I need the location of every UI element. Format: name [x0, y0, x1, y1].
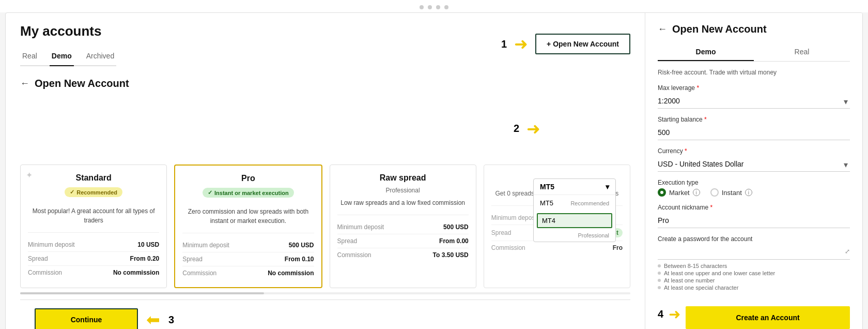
platform-dropdown[interactable]: MT5 ▾	[534, 179, 615, 195]
card-standard-stats: Minimum deposit 10 USD Spread From 0.20 …	[28, 232, 159, 279]
dropdown-item-mt5-label: MT5	[540, 199, 553, 207]
execution-instant-label: Instant	[722, 189, 742, 197]
starting-balance-input[interactable]	[658, 125, 850, 140]
execution-options: Market i Instant i	[658, 188, 850, 197]
password-input[interactable]	[658, 245, 850, 260]
step4-label: 4	[658, 308, 663, 320]
open-new-account-button[interactable]: + Open New Account	[535, 34, 630, 54]
card-rawspread-title: Raw spread	[337, 173, 469, 183]
rule-4: At least one special character	[658, 285, 850, 291]
dropdown-chevron-icon: ▾	[606, 183, 609, 191]
password-rules: Between 8-15 characters At least one upp…	[658, 263, 850, 291]
rule-dot-icon	[658, 279, 661, 282]
dropdown-item-mt4-label: MT4	[542, 217, 555, 225]
right-subtitle: Risk-free account. Trade with virtual mo…	[658, 69, 850, 76]
rule-1: Between 8-15 characters	[658, 263, 850, 269]
radio-instant-icon	[710, 188, 719, 197]
right-tab-demo[interactable]: Demo	[658, 43, 754, 61]
step1-label: 1	[501, 38, 507, 50]
stat-row: Minimum deposit 500 USD	[337, 220, 469, 234]
card-pro-stats: Minimum deposit 500 USD Spread From 0.10…	[182, 233, 314, 280]
right-tabs-bar: Demo Real	[658, 43, 850, 62]
rule-1-text: Between 8-15 characters	[664, 263, 727, 269]
card-pro[interactable]: Pro ✓ Instant or market execution Zero c…	[174, 165, 322, 288]
rule-dot-icon	[658, 272, 661, 275]
stat-row: Spread From 0.20	[28, 252, 159, 266]
right-back-arrow-icon[interactable]: ←	[658, 24, 667, 35]
check-icon: ✓	[70, 189, 74, 196]
right-panel-header: ← Open New Account	[658, 23, 850, 35]
tabs-bar: Real Demo Archived	[20, 48, 116, 66]
execution-type-group: Execution type Market i Instant i	[658, 179, 850, 197]
execution-type-label: Execution type	[658, 179, 850, 186]
radio-market-icon	[658, 188, 666, 197]
arrow-right-1-icon: ➜	[514, 34, 528, 54]
step2-label: 2	[514, 123, 519, 134]
card-raw-spread[interactable]: Raw spread Professional Low raw spreads …	[330, 165, 476, 288]
rule-3: At least one number	[658, 277, 850, 283]
execution-instant-option[interactable]: Instant i	[710, 188, 752, 197]
rule-3-text: At least one number	[664, 277, 715, 283]
back-arrow-icon[interactable]: ←	[20, 78, 29, 89]
cards-scrollbar[interactable]	[20, 292, 630, 294]
badge-instant: ✓ Instant or market execution	[203, 188, 294, 198]
star-icon: ✦	[26, 170, 33, 180]
right-panel-title: Open New Account	[672, 23, 767, 35]
badge-recommended: ✓ Recommended	[65, 187, 122, 197]
dot-2	[428, 5, 432, 9]
card-rawspread-stats: Minimum deposit 500 USD Spread From 0.00…	[337, 215, 469, 262]
rule-2: At least one upper and one lower case le…	[658, 270, 850, 276]
rule-4-text: At least one special character	[664, 285, 738, 291]
execution-market-label: Market	[669, 189, 690, 197]
stat-row: Commission To 3.50 USD	[337, 248, 469, 262]
main-container: My accounts Real Demo Archived 1 ➜ + Ope…	[5, 12, 863, 329]
dropdown-item-mt5-tag: Recommended	[570, 200, 609, 206]
card-standard-title: Standard	[28, 173, 159, 183]
step3-label: 3	[168, 314, 174, 326]
create-account-button[interactable]: Create an Account	[686, 306, 850, 329]
continue-button[interactable]: Continue	[35, 308, 138, 329]
card-rawspread-desc: Low raw spreads and a low fixed commissi…	[337, 198, 469, 207]
tab-demo[interactable]: Demo	[50, 48, 74, 66]
currency-select[interactable]: USD - United States Dollar	[658, 157, 850, 172]
max-leverage-select[interactable]: 1:2000	[658, 94, 850, 109]
section-title: Open New Account	[35, 78, 129, 89]
top-dots-bar	[0, 0, 868, 12]
tab-archived[interactable]: Archived	[84, 48, 116, 66]
execution-market-option[interactable]: Market i	[658, 188, 700, 197]
instant-info-icon[interactable]: i	[745, 189, 752, 196]
max-leverage-select-wrapper: 1:2000	[658, 94, 850, 109]
rule-dot-icon	[658, 286, 661, 289]
card-rawspread-subtitle: Professional	[337, 187, 469, 194]
arrow-right-2-icon: ➜	[526, 119, 540, 139]
stat-row: Spread From 0.00	[337, 234, 469, 248]
check-icon: ✓	[208, 189, 212, 196]
stat-row: Commission No commission	[182, 266, 314, 280]
rule-2-text: At least one upper and one lower case le…	[664, 270, 775, 276]
market-info-icon[interactable]: i	[693, 189, 700, 196]
starting-balance-label: Starting balance *	[658, 116, 850, 123]
page-title: My accounts	[20, 23, 116, 39]
nickname-input[interactable]	[658, 213, 850, 228]
card-standard[interactable]: ✦ Standard ✓ Recommended Most popular! A…	[20, 165, 167, 288]
stat-row: Commission Fro	[491, 241, 623, 255]
currency-group: Currency * USD - United States Dollar	[658, 147, 850, 172]
card-pro-desc: Zero commission and low spreads with bot…	[182, 207, 314, 226]
right-tab-real[interactable]: Real	[754, 43, 850, 61]
currency-label: Currency *	[658, 147, 850, 155]
dot-4	[444, 5, 448, 9]
password-label: Create a password for the account	[658, 235, 850, 243]
dropdown-item-mt5[interactable]: MT5 Recommended	[534, 195, 615, 211]
password-toggle-icon[interactable]: ⤢	[845, 248, 850, 255]
nickname-group: Account nickname *	[658, 204, 850, 228]
step4-row: 4 ➜ Create an Account	[658, 299, 850, 329]
starting-balance-group: Starting balance *	[658, 116, 850, 140]
tab-real[interactable]: Real	[20, 48, 39, 66]
arrow-right-4-icon: ➜	[669, 306, 680, 323]
stat-row: Minimum deposit 10 USD	[28, 238, 159, 252]
max-leverage-group: Max leverage * 1:2000	[658, 84, 850, 109]
stat-row: Minimum deposit 500 USD	[182, 238, 314, 252]
rule-dot-icon	[658, 264, 661, 267]
radio-market-inner	[660, 191, 663, 194]
dropdown-item-mt4[interactable]: MT4	[537, 213, 612, 228]
